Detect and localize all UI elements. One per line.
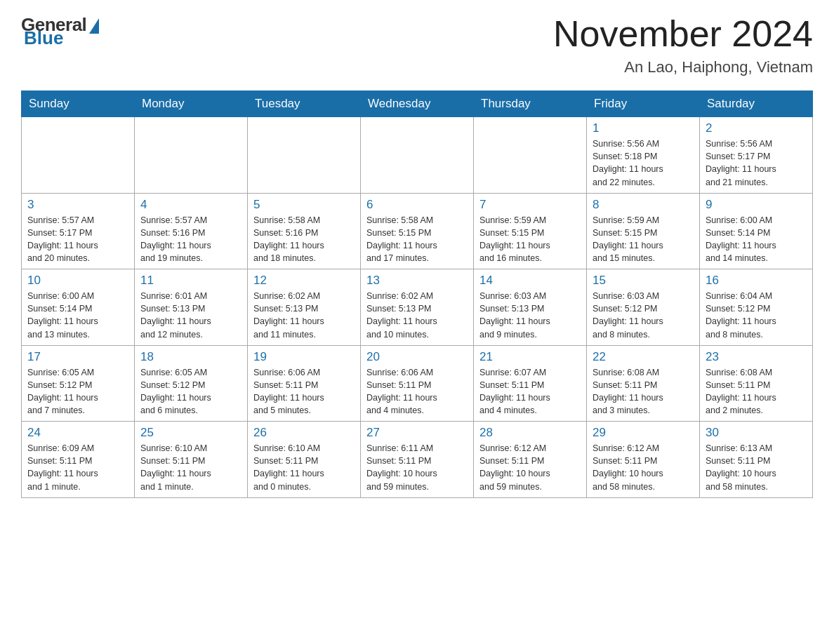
logo-triangle-icon bbox=[89, 18, 99, 34]
day-number: 29 bbox=[593, 426, 694, 440]
week-row-3: 10Sunrise: 6:00 AMSunset: 5:14 PMDayligh… bbox=[22, 269, 813, 346]
day-number: 2 bbox=[706, 121, 807, 135]
day-number: 27 bbox=[366, 426, 468, 440]
location-subtitle: An Lao, Haiphong, Vietnam bbox=[553, 58, 813, 76]
week-row-5: 24Sunrise: 6:09 AMSunset: 5:11 PMDayligh… bbox=[22, 422, 813, 498]
day-cell bbox=[248, 117, 361, 194]
day-info: Sunrise: 5:57 AMSunset: 5:17 PMDaylight:… bbox=[27, 214, 128, 265]
day-number: 19 bbox=[253, 350, 355, 364]
day-info: Sunrise: 6:11 AMSunset: 5:11 PMDaylight:… bbox=[366, 442, 468, 493]
weekday-header-monday: Monday bbox=[135, 91, 248, 117]
day-number: 28 bbox=[479, 426, 581, 440]
day-info: Sunrise: 5:58 AMSunset: 5:16 PMDaylight:… bbox=[253, 214, 355, 265]
week-row-2: 3Sunrise: 5:57 AMSunset: 5:17 PMDaylight… bbox=[22, 193, 813, 269]
weekday-header-friday: Friday bbox=[587, 91, 700, 117]
day-info: Sunrise: 6:01 AMSunset: 5:13 PMDaylight:… bbox=[140, 290, 241, 341]
day-info: Sunrise: 5:58 AMSunset: 5:15 PMDaylight:… bbox=[366, 214, 468, 265]
day-info: Sunrise: 6:13 AMSunset: 5:11 PMDaylight:… bbox=[706, 442, 807, 493]
day-info: Sunrise: 6:08 AMSunset: 5:11 PMDaylight:… bbox=[706, 366, 807, 417]
day-cell: 30Sunrise: 6:13 AMSunset: 5:11 PMDayligh… bbox=[700, 422, 813, 498]
day-number: 16 bbox=[706, 274, 807, 288]
day-info: Sunrise: 6:02 AMSunset: 5:13 PMDaylight:… bbox=[366, 290, 468, 341]
day-number: 8 bbox=[593, 198, 694, 212]
day-number: 14 bbox=[479, 274, 581, 288]
day-number: 25 bbox=[140, 426, 241, 440]
day-cell bbox=[135, 117, 248, 194]
day-cell: 10Sunrise: 6:00 AMSunset: 5:14 PMDayligh… bbox=[22, 269, 135, 346]
day-cell: 28Sunrise: 6:12 AMSunset: 5:11 PMDayligh… bbox=[474, 422, 587, 498]
day-info: Sunrise: 6:05 AMSunset: 5:12 PMDaylight:… bbox=[140, 366, 241, 417]
week-row-1: 1Sunrise: 5:56 AMSunset: 5:18 PMDaylight… bbox=[22, 117, 813, 194]
day-info: Sunrise: 6:00 AMSunset: 5:14 PMDaylight:… bbox=[27, 290, 128, 341]
day-number: 3 bbox=[27, 198, 128, 212]
day-number: 10 bbox=[27, 274, 128, 288]
day-info: Sunrise: 6:03 AMSunset: 5:13 PMDaylight:… bbox=[479, 290, 581, 341]
day-info: Sunrise: 6:12 AMSunset: 5:11 PMDaylight:… bbox=[593, 442, 694, 493]
day-cell: 4Sunrise: 5:57 AMSunset: 5:16 PMDaylight… bbox=[135, 193, 248, 269]
day-cell: 20Sunrise: 6:06 AMSunset: 5:11 PMDayligh… bbox=[361, 345, 474, 422]
day-number: 30 bbox=[706, 426, 807, 440]
day-number: 7 bbox=[479, 198, 581, 212]
calendar-table: SundayMondayTuesdayWednesdayThursdayFrid… bbox=[21, 90, 813, 498]
title-area: November 2024 An Lao, Haiphong, Vietnam bbox=[553, 14, 813, 76]
day-number: 11 bbox=[140, 274, 241, 288]
day-info: Sunrise: 5:59 AMSunset: 5:15 PMDaylight:… bbox=[593, 214, 694, 265]
day-cell bbox=[474, 117, 587, 194]
logo-blue-text: Blue bbox=[24, 27, 63, 49]
day-cell: 19Sunrise: 6:06 AMSunset: 5:11 PMDayligh… bbox=[248, 345, 361, 422]
week-row-4: 17Sunrise: 6:05 AMSunset: 5:12 PMDayligh… bbox=[22, 345, 813, 422]
day-cell: 9Sunrise: 6:00 AMSunset: 5:14 PMDaylight… bbox=[700, 193, 813, 269]
day-cell: 14Sunrise: 6:03 AMSunset: 5:13 PMDayligh… bbox=[474, 269, 587, 346]
weekday-header-saturday: Saturday bbox=[700, 91, 813, 117]
day-number: 4 bbox=[140, 198, 241, 212]
day-cell: 3Sunrise: 5:57 AMSunset: 5:17 PMDaylight… bbox=[22, 193, 135, 269]
weekday-header-wednesday: Wednesday bbox=[361, 91, 474, 117]
day-cell: 17Sunrise: 6:05 AMSunset: 5:12 PMDayligh… bbox=[22, 345, 135, 422]
day-number: 15 bbox=[593, 274, 694, 288]
day-cell: 22Sunrise: 6:08 AMSunset: 5:11 PMDayligh… bbox=[587, 345, 700, 422]
day-cell bbox=[361, 117, 474, 194]
day-cell: 21Sunrise: 6:07 AMSunset: 5:11 PMDayligh… bbox=[474, 345, 587, 422]
weekday-header-sunday: Sunday bbox=[22, 91, 135, 117]
day-cell: 13Sunrise: 6:02 AMSunset: 5:13 PMDayligh… bbox=[361, 269, 474, 346]
day-number: 12 bbox=[253, 274, 355, 288]
day-info: Sunrise: 6:02 AMSunset: 5:13 PMDaylight:… bbox=[253, 290, 355, 341]
day-number: 17 bbox=[27, 350, 128, 364]
day-info: Sunrise: 6:10 AMSunset: 5:11 PMDaylight:… bbox=[140, 442, 241, 493]
day-info: Sunrise: 6:00 AMSunset: 5:14 PMDaylight:… bbox=[706, 214, 807, 265]
day-info: Sunrise: 6:06 AMSunset: 5:11 PMDaylight:… bbox=[253, 366, 355, 417]
day-info: Sunrise: 6:05 AMSunset: 5:12 PMDaylight:… bbox=[27, 366, 128, 417]
day-cell: 26Sunrise: 6:10 AMSunset: 5:11 PMDayligh… bbox=[248, 422, 361, 498]
logo: General Blue bbox=[21, 14, 99, 49]
day-info: Sunrise: 5:57 AMSunset: 5:16 PMDaylight:… bbox=[140, 214, 241, 265]
weekday-header-tuesday: Tuesday bbox=[248, 91, 361, 117]
day-number: 22 bbox=[593, 350, 694, 364]
day-cell: 18Sunrise: 6:05 AMSunset: 5:12 PMDayligh… bbox=[135, 345, 248, 422]
day-cell: 12Sunrise: 6:02 AMSunset: 5:13 PMDayligh… bbox=[248, 269, 361, 346]
day-info: Sunrise: 6:12 AMSunset: 5:11 PMDaylight:… bbox=[479, 442, 581, 493]
day-cell: 11Sunrise: 6:01 AMSunset: 5:13 PMDayligh… bbox=[135, 269, 248, 346]
day-number: 5 bbox=[253, 198, 355, 212]
day-info: Sunrise: 6:09 AMSunset: 5:11 PMDaylight:… bbox=[27, 442, 128, 493]
day-number: 20 bbox=[366, 350, 468, 364]
day-info: Sunrise: 6:03 AMSunset: 5:12 PMDaylight:… bbox=[593, 290, 694, 341]
day-cell: 24Sunrise: 6:09 AMSunset: 5:11 PMDayligh… bbox=[22, 422, 135, 498]
day-cell: 8Sunrise: 5:59 AMSunset: 5:15 PMDaylight… bbox=[587, 193, 700, 269]
weekday-header-row: SundayMondayTuesdayWednesdayThursdayFrid… bbox=[22, 91, 813, 117]
day-cell: 2Sunrise: 5:56 AMSunset: 5:17 PMDaylight… bbox=[700, 117, 813, 194]
day-number: 9 bbox=[706, 198, 807, 212]
day-cell: 1Sunrise: 5:56 AMSunset: 5:18 PMDaylight… bbox=[587, 117, 700, 194]
day-info: Sunrise: 6:10 AMSunset: 5:11 PMDaylight:… bbox=[253, 442, 355, 493]
day-number: 24 bbox=[27, 426, 128, 440]
weekday-header-thursday: Thursday bbox=[474, 91, 587, 117]
day-cell bbox=[22, 117, 135, 194]
day-number: 26 bbox=[253, 426, 355, 440]
day-number: 1 bbox=[593, 121, 694, 135]
day-cell: 7Sunrise: 5:59 AMSunset: 5:15 PMDaylight… bbox=[474, 193, 587, 269]
day-cell: 25Sunrise: 6:10 AMSunset: 5:11 PMDayligh… bbox=[135, 422, 248, 498]
day-info: Sunrise: 6:06 AMSunset: 5:11 PMDaylight:… bbox=[366, 366, 468, 417]
day-number: 21 bbox=[479, 350, 581, 364]
day-cell: 29Sunrise: 6:12 AMSunset: 5:11 PMDayligh… bbox=[587, 422, 700, 498]
day-info: Sunrise: 5:56 AMSunset: 5:18 PMDaylight:… bbox=[593, 137, 694, 189]
day-number: 6 bbox=[366, 198, 468, 212]
